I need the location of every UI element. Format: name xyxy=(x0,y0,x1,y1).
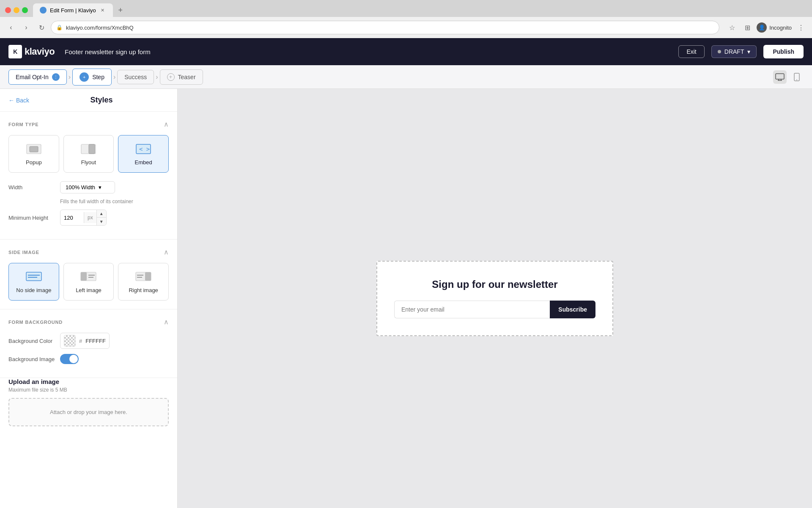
reload-button[interactable]: ↻ xyxy=(36,22,47,33)
svg-rect-16 xyxy=(81,272,87,281)
upload-dropzone-label: Attach or drop your image here. xyxy=(50,409,127,415)
flyout-icon xyxy=(80,142,97,155)
tab-title: Edit Form | Klaviyo xyxy=(50,7,96,14)
flyout-type-button[interactable]: Flyout xyxy=(63,135,114,173)
svg-text:< >: < > xyxy=(139,146,150,152)
min-height-label: Minimum Height xyxy=(8,215,55,221)
address-bar[interactable]: 🔒 klaviyo.com/forms/XmcBhQ xyxy=(51,21,719,34)
step-label: Step xyxy=(92,74,104,80)
upload-dropzone[interactable]: Attach or drop your image here. xyxy=(8,398,169,426)
side-image-section-title: SIDE IMAGE xyxy=(8,250,39,255)
left-image-label: Left image xyxy=(76,287,102,293)
draft-chevron-icon: ▾ xyxy=(747,48,750,55)
preview-area: Sign up for our newsletter Subscribe xyxy=(178,89,812,508)
logo-mark: K xyxy=(8,45,22,58)
background-color-label: Background Color xyxy=(8,338,55,344)
workflow-arrow-3: › xyxy=(156,73,158,81)
exit-button[interactable]: Exit xyxy=(678,45,704,58)
workflow-step-email-opt-in[interactable]: Email Opt-In ⋮ xyxy=(8,69,67,85)
side-image-collapse-button[interactable]: ∧ xyxy=(164,248,169,256)
sidebar-title: Styles xyxy=(34,96,169,105)
extensions-icon[interactable]: ⊞ xyxy=(741,22,753,33)
sidebar-header: ← Back Styles xyxy=(0,89,177,112)
draft-button[interactable]: DRAFT ▾ xyxy=(711,45,757,58)
embed-label: Embed xyxy=(135,159,152,166)
new-tab-button[interactable]: + xyxy=(115,4,126,16)
workflow-step-success[interactable]: Success xyxy=(117,70,154,84)
min-height-row: Minimum Height px ▲ ▼ xyxy=(8,210,169,226)
side-image-section: SIDE IMAGE ∧ No side image xyxy=(0,240,177,309)
popup-type-button[interactable]: Popup xyxy=(8,135,59,173)
back-button[interactable]: ← Back xyxy=(8,97,29,104)
incognito-icon: 👤 xyxy=(757,22,767,33)
mobile-device-button[interactable] xyxy=(790,70,804,84)
form-background-collapse-button[interactable]: ∧ xyxy=(164,318,169,326)
workflow-arrow-2: › xyxy=(113,73,115,81)
minimize-traffic-light[interactable] xyxy=(14,7,19,13)
forward-nav-button[interactable]: › xyxy=(20,22,32,33)
back-nav-button[interactable]: ‹ xyxy=(5,22,17,33)
active-tab[interactable]: Edit Form | Klaviyo ✕ xyxy=(33,3,113,17)
width-chevron-icon: ▾ xyxy=(99,184,102,190)
color-swatch[interactable] xyxy=(64,335,76,347)
popup-label: Popup xyxy=(26,159,42,166)
email-opt-in-options-icon[interactable]: ⋮ xyxy=(52,73,60,81)
upload-section: Upload an image Maximum file size is 5 M… xyxy=(0,378,177,435)
close-traffic-light[interactable] xyxy=(5,7,11,13)
svg-point-5 xyxy=(796,79,797,80)
workflow-step-step[interactable]: + Step xyxy=(72,69,112,86)
color-hash: # xyxy=(79,338,82,344)
side-image-grid: No side image Left image xyxy=(8,263,169,301)
width-select[interactable]: 100% Width ▾ xyxy=(60,181,115,193)
workflow-step-teaser[interactable]: + Teaser xyxy=(160,69,203,85)
no-side-image-icon xyxy=(25,270,42,283)
draft-label: DRAFT xyxy=(724,48,744,55)
app-topnav: K klaviyo Footer newsletter sign up form… xyxy=(0,38,812,65)
right-image-label: Right image xyxy=(129,287,158,293)
svg-rect-0 xyxy=(776,74,784,79)
left-image-button[interactable]: Left image xyxy=(63,263,114,301)
lock-icon: 🔒 xyxy=(56,25,63,30)
preview-email-input[interactable] xyxy=(394,301,550,318)
upload-title: Upload an image xyxy=(8,378,169,385)
background-image-toggle[interactable] xyxy=(60,354,79,364)
no-side-image-button[interactable]: No side image xyxy=(8,263,59,301)
right-image-icon xyxy=(135,270,152,283)
min-height-increment-button[interactable]: ▲ xyxy=(97,210,106,218)
maximize-traffic-light[interactable] xyxy=(22,7,28,13)
background-color-field[interactable]: # FFFFFF xyxy=(60,333,110,349)
svg-rect-12 xyxy=(26,272,41,281)
min-height-input[interactable] xyxy=(60,212,84,224)
min-height-unit: px xyxy=(84,212,96,223)
tab-close-button[interactable]: ✕ xyxy=(99,7,106,14)
width-value: 100% Width xyxy=(66,184,95,190)
desktop-device-button[interactable] xyxy=(773,70,787,84)
bookmark-icon[interactable]: ☆ xyxy=(726,22,738,33)
klaviyo-logo: K klaviyo xyxy=(8,45,55,58)
width-field-row: Width 100% Width ▾ xyxy=(8,181,169,193)
form-type-section-title: FORM TYPE xyxy=(8,122,38,127)
min-height-decrement-button[interactable]: ▼ xyxy=(97,218,106,225)
preview-subscribe-button[interactable]: Subscribe xyxy=(550,301,595,318)
embed-icon: < > xyxy=(135,142,152,155)
teaser-label: Teaser xyxy=(178,74,196,80)
form-title: Footer newsletter sign up form xyxy=(65,48,672,55)
embed-type-button[interactable]: < > Embed xyxy=(118,135,169,173)
form-type-section-header: FORM TYPE ∧ xyxy=(8,120,169,128)
no-side-image-label: No side image xyxy=(16,287,51,293)
popup-icon xyxy=(25,142,42,155)
tab-favicon xyxy=(40,7,47,14)
form-type-section: FORM TYPE ∧ Popup xyxy=(0,112,177,240)
back-arrow-icon: ← xyxy=(8,97,14,104)
menu-icon[interactable]: ⋮ xyxy=(795,22,807,33)
email-opt-in-label: Email Opt-In xyxy=(16,74,49,80)
right-image-button[interactable]: Right image xyxy=(118,263,169,301)
form-type-collapse-button[interactable]: ∧ xyxy=(164,120,169,128)
publish-button[interactable]: Publish xyxy=(763,45,804,58)
incognito-badge: 👤 Incognito xyxy=(757,22,792,33)
draft-dot xyxy=(718,50,721,53)
flyout-label: Flyout xyxy=(81,159,96,166)
form-preview-title: Sign up for our newsletter xyxy=(432,279,557,290)
form-preview: Sign up for our newsletter Subscribe xyxy=(376,261,613,336)
svg-rect-9 xyxy=(89,144,95,154)
